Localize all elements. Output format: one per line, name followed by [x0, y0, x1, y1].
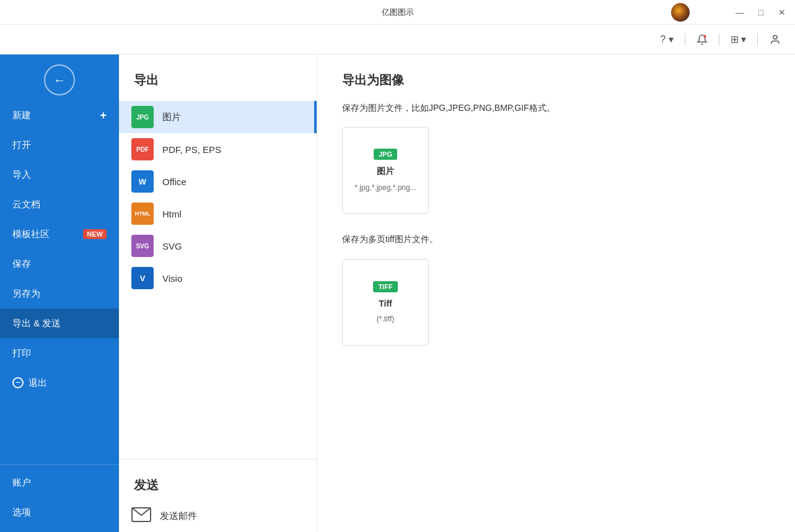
sidebar-item-account[interactable]: 账户	[0, 468, 119, 497]
sidebar-item-import[interactable]: 导入	[0, 160, 119, 190]
svg-point-0	[703, 35, 706, 38]
sidebar-item-print[interactable]: 打印	[0, 338, 119, 368]
sidebar-label-saveas: 另存为	[12, 288, 107, 300]
send-item-email[interactable]: 发送邮件	[119, 500, 317, 532]
sidebar-item-export[interactable]: 导出 & 发送	[0, 308, 119, 338]
export-label-image: 图片	[162, 111, 181, 123]
send-email-label: 发送邮件	[160, 510, 197, 522]
separator	[685, 33, 685, 46]
export-item-html[interactable]: HTML Html	[119, 198, 317, 230]
svg-point-1	[773, 35, 777, 39]
sidebar-item-new[interactable]: 新建 +	[0, 100, 119, 130]
main-layout: ← 新建 + 打开 导入 云文档 模板社区 NEW 保存 另存为	[0, 55, 795, 532]
export-label-pdf: PDF, PS, EPS	[162, 144, 221, 155]
tiff-badge: TIFF	[373, 281, 397, 292]
sidebar-label-import: 导入	[12, 169, 107, 181]
sidebar-item-open[interactable]: 打开	[0, 130, 119, 160]
help-icon[interactable]: ? ▾	[656, 31, 677, 48]
jpg-icon: JPG	[131, 106, 154, 128]
section-divider	[119, 459, 317, 460]
separator3	[757, 33, 758, 46]
window-controls: — □ ✕	[733, 6, 789, 19]
export-item-image[interactable]: JPG 图片	[119, 101, 317, 133]
close-button[interactable]: ✕	[775, 6, 789, 19]
jpg-card-name: 图片	[377, 166, 394, 177]
avatar[interactable]	[671, 3, 690, 22]
desc2: 保存为多页tiff图片文件。	[342, 232, 770, 246]
user-icon[interactable]	[765, 32, 785, 48]
notification-icon[interactable]	[693, 32, 711, 48]
export-item-office[interactable]: W Office	[119, 165, 317, 198]
exit-icon	[12, 377, 24, 388]
visio-icon: V	[131, 267, 154, 289]
sidebar-divider	[0, 464, 119, 465]
sidebar-label-account: 账户	[12, 477, 107, 489]
sidebar-label-open: 打开	[12, 139, 107, 151]
right-panel-title: 导出为图像	[342, 72, 770, 89]
export-label-svg: SVG	[162, 241, 182, 251]
app-title: 亿图图示	[382, 7, 414, 18]
sidebar: ← 新建 + 打开 导入 云文档 模板社区 NEW 保存 另存为	[0, 55, 119, 532]
export-list: JPG 图片 PDF PDF, PS, EPS W Office HTML Ht…	[119, 101, 317, 454]
format-cards-2: TIFF Tiff (*.tiff)	[342, 259, 770, 346]
jpg-card-ext: *.jpg,*.jpeg,*.png...	[354, 183, 416, 192]
tiff-card-name: Tiff	[379, 299, 392, 308]
minimize-button[interactable]: —	[733, 6, 747, 19]
send-section-title: 发送	[119, 464, 317, 500]
back-button[interactable]: ←	[44, 64, 75, 95]
sidebar-label-options: 选项	[12, 507, 107, 518]
sidebar-item-saveas[interactable]: 另存为	[0, 279, 119, 308]
sidebar-item-template[interactable]: 模板社区 NEW	[0, 219, 119, 249]
sidebar-bottom: 账户 选项	[0, 468, 119, 532]
export-item-svg[interactable]: SVG SVG	[119, 230, 317, 262]
sidebar-item-exit[interactable]: 退出	[0, 368, 119, 398]
sidebar-label-export: 导出 & 发送	[12, 318, 107, 329]
sidebar-label-save: 保存	[12, 258, 107, 270]
apps-icon[interactable]: ⊞ ▾	[727, 31, 750, 48]
toolbar: ? ▾ ⊞ ▾	[0, 25, 795, 55]
plus-icon: +	[100, 109, 107, 122]
export-label-html: Html	[162, 209, 182, 219]
separator2	[719, 33, 719, 46]
format-cards-1: JPG 图片 *.jpg,*.jpeg,*.png...	[342, 127, 770, 214]
word-icon: W	[131, 170, 154, 193]
export-item-pdf[interactable]: PDF PDF, PS, EPS	[119, 133, 317, 165]
export-label-visio: Visio	[162, 273, 182, 284]
sidebar-item-options[interactable]: 选项	[0, 497, 119, 527]
sidebar-label-new: 新建	[12, 110, 97, 121]
new-badge: NEW	[83, 229, 107, 239]
format-card-jpg[interactable]: JPG 图片 *.jpg,*.jpeg,*.png...	[342, 127, 429, 214]
pdf-icon: PDF	[131, 138, 154, 160]
sidebar-label-template: 模板社区	[12, 229, 83, 240]
email-icon	[131, 507, 151, 525]
sidebar-label-exit: 退出	[29, 377, 107, 389]
middle-panel: 导出 JPG 图片 PDF PDF, PS, EPS W Office HTML…	[119, 55, 317, 532]
tiff-card-ext: (*.tiff)	[377, 315, 394, 323]
export-panel-title: 导出	[119, 55, 317, 101]
titlebar: 亿图图示 — □ ✕	[0, 0, 795, 25]
sidebar-item-cloud[interactable]: 云文档	[0, 190, 119, 219]
desc1: 保存为图片文件，比如JPG,JPEG,PNG,BMP,GIF格式。	[342, 101, 770, 115]
sidebar-label-cloud: 云文档	[12, 199, 107, 211]
right-panel: 导出为图像 保存为图片文件，比如JPG,JPEG,PNG,BMP,GIF格式。 …	[317, 55, 795, 532]
sidebar-item-save[interactable]: 保存	[0, 249, 119, 279]
jpg-badge: JPG	[374, 149, 397, 160]
sidebar-label-print: 打印	[12, 347, 107, 359]
restore-button[interactable]: □	[754, 6, 768, 19]
format-card-tiff[interactable]: TIFF Tiff (*.tiff)	[342, 259, 429, 346]
html-icon: HTML	[131, 203, 154, 225]
svg-icon: SVG	[131, 235, 154, 257]
export-item-visio[interactable]: V Visio	[119, 262, 317, 294]
export-label-office: Office	[162, 177, 187, 187]
sidebar-menu: 新建 + 打开 导入 云文档 模板社区 NEW 保存 另存为	[0, 100, 119, 462]
